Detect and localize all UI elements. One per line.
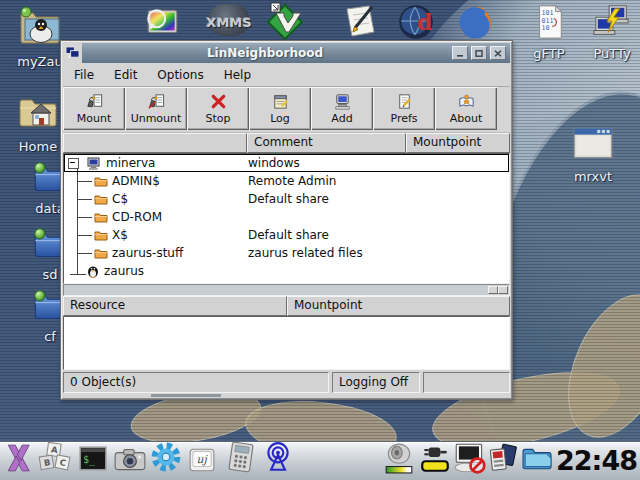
putty-icon[interactable]: PuTTy bbox=[584, 3, 640, 61]
taskbar-terminal-icon[interactable]: $_ bbox=[78, 445, 108, 477]
tray-power-icon[interactable] bbox=[418, 442, 452, 478]
home-label: Home bbox=[8, 139, 68, 154]
mounted-column-headers: Resource Mountpoint bbox=[63, 296, 510, 316]
unmount-button[interactable]: Unmount bbox=[125, 87, 187, 130]
horizontal-scrollbar[interactable] bbox=[63, 284, 510, 296]
tray-monitor-blocked-icon[interactable] bbox=[452, 442, 488, 478]
title-bar[interactable]: LinNeighborhood bbox=[63, 43, 510, 63]
prefs-button[interactable]: Prefs bbox=[373, 87, 435, 130]
window-title: LinNeighborhood bbox=[207, 46, 323, 60]
home-icon[interactable]: Home bbox=[8, 90, 68, 154]
svg-text:d: d bbox=[417, 9, 432, 35]
tree-column-headers: Comment Mountpoint bbox=[63, 133, 510, 153]
menu-options[interactable]: Options bbox=[150, 66, 210, 84]
clock: 22:48 bbox=[556, 445, 637, 476]
logging-status: Logging Off bbox=[332, 372, 420, 393]
column-header-name[interactable] bbox=[63, 133, 247, 153]
column-header-mountpoint[interactable]: Mountpoint bbox=[406, 133, 510, 153]
xmms-icon[interactable]: XMMS bbox=[203, 4, 255, 42]
menu-bar: File Edit Options Help bbox=[63, 63, 510, 87]
mrxvt-icon[interactable]: mrxvt bbox=[565, 122, 621, 184]
add-button[interactable]: Add bbox=[311, 87, 373, 130]
scroll-left-button[interactable] bbox=[488, 286, 498, 294]
svg-text:uj: uj bbox=[197, 453, 209, 466]
close-button[interactable] bbox=[490, 46, 506, 60]
stop-button[interactable]: Stop bbox=[187, 87, 249, 130]
gftp-label: gFTP bbox=[520, 46, 578, 61]
taskbar-antenna-icon[interactable] bbox=[262, 441, 294, 477]
about-button[interactable]: About bbox=[435, 87, 497, 130]
menu-edit[interactable]: Edit bbox=[107, 66, 144, 84]
taskbar-camera-icon[interactable] bbox=[113, 445, 147, 477]
tree-row-zaurus[interactable]: zaurus bbox=[64, 262, 509, 280]
mounted-shares-list[interactable] bbox=[63, 316, 510, 370]
tree-row-minerva[interactable]: minerva windows bbox=[64, 154, 509, 172]
mount-button[interactable]: Mount bbox=[63, 87, 125, 130]
svg-text:10: 10 bbox=[541, 25, 549, 33]
computer-icon bbox=[87, 157, 102, 170]
svg-text:$_: $_ bbox=[83, 454, 95, 466]
window-icon bbox=[63, 43, 82, 63]
maximize-button[interactable] bbox=[471, 46, 487, 60]
tray-volume-icon[interactable] bbox=[383, 442, 415, 478]
display-settings-icon[interactable] bbox=[142, 3, 182, 45]
tree-row-c-share[interactable]: C$ Default share bbox=[64, 190, 509, 208]
tree-row-zaurus-stuff-share[interactable]: zaurus-stuff zaurus related files bbox=[64, 244, 509, 262]
taskbar-x11-icon[interactable] bbox=[6, 443, 32, 477]
tree-row-admin-share[interactable]: ADMIN$ Remote Admin bbox=[64, 172, 509, 190]
scroll-right-button[interactable] bbox=[498, 286, 508, 294]
status-spacer bbox=[423, 372, 510, 393]
toolbar: Mount Unmount Stop bbox=[63, 87, 510, 133]
log-button[interactable]: Log bbox=[249, 87, 311, 130]
status-bar: 0 Object(s) Logging Off bbox=[63, 372, 510, 393]
folder-icon bbox=[94, 193, 108, 205]
taskbar-settings-gear-icon[interactable] bbox=[150, 441, 182, 477]
folder-icon bbox=[94, 247, 108, 259]
tray-memory-cards-icon[interactable] bbox=[487, 443, 519, 477]
tray-folder-icon[interactable] bbox=[520, 444, 554, 476]
column-header-comment[interactable]: Comment bbox=[247, 133, 406, 153]
desktop: XMMS d bbox=[0, 0, 640, 480]
folder-icon bbox=[94, 229, 108, 241]
taskbar-abc-blocks-icon[interactable]: A B C bbox=[38, 441, 72, 477]
menu-help[interactable]: Help bbox=[217, 66, 258, 84]
taskbar-keyboard-key-icon[interactable]: uj bbox=[188, 447, 216, 477]
xmms-logo-text: XMMS bbox=[203, 15, 255, 30]
mrxvt-label: mrxvt bbox=[565, 169, 621, 184]
minimize-button[interactable] bbox=[452, 46, 468, 60]
menu-file[interactable]: File bbox=[67, 66, 101, 84]
tree-row-x-share[interactable]: X$ Default share bbox=[64, 226, 509, 244]
tree-expander-icon[interactable] bbox=[68, 158, 79, 169]
tree-row-cdrom-share[interactable]: CD-ROM bbox=[64, 208, 509, 226]
object-count: 0 Object(s) bbox=[63, 372, 329, 393]
penguin-icon bbox=[86, 264, 100, 278]
column-header-mountpoint-bottom[interactable]: Mountpoint bbox=[287, 296, 510, 316]
window-bottom-edge[interactable] bbox=[63, 394, 510, 397]
column-header-resource[interactable]: Resource bbox=[63, 296, 287, 316]
linneighborhood-window: LinNeighborhood File Edit Options Help bbox=[60, 40, 513, 400]
putty-label: PuTTy bbox=[584, 46, 640, 61]
gftp-icon[interactable]: 101 011 10 gFTP bbox=[520, 3, 578, 61]
share-tree: minerva windows ADMIN$ Remote Admin C$ D… bbox=[63, 153, 510, 284]
folder-icon bbox=[94, 211, 108, 223]
taskbar-pda-icon[interactable] bbox=[226, 441, 256, 477]
folder-icon bbox=[94, 175, 108, 187]
taskbar: A B C $_ bbox=[0, 442, 640, 480]
